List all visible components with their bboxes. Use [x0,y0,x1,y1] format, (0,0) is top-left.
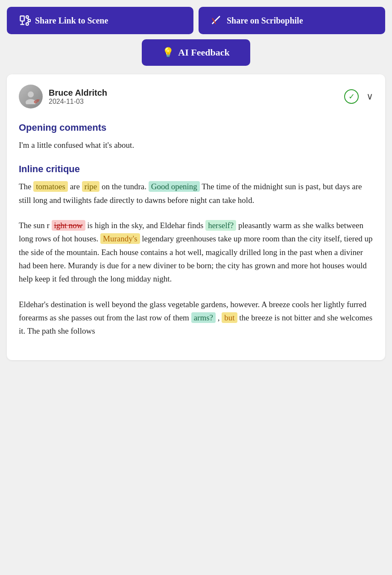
inline-critique-section: Inline critique The tomatoes are ripe on… [19,164,373,337]
svg-point-10 [28,91,34,97]
opening-comments-section: Opening comments I'm a little confused w… [19,122,373,152]
share-link-button[interactable]: Share Link to Scene [7,7,193,34]
ai-feedback-button[interactable]: 💡 AI Feedback [142,39,250,66]
svg-line-7 [27,21,29,23]
scribophile-icon [211,15,222,26]
inline-paragraph-3: Eldehar's destination is well beyond the… [19,298,373,338]
highlight-but: but [222,312,237,323]
svg-point-3 [26,16,29,18]
highlight-ight-now: ight now [52,220,85,231]
highlight-ripe: ripe [82,181,100,192]
share-scribophile-button[interactable]: Share on Scribophile [199,7,385,34]
share-scribophile-label: Share on Scribophile [227,16,303,26]
avatar: ✏ [19,85,43,109]
svg-point-4 [26,23,29,25]
review-card: ✏ Bruce Aldritch 2024-11-03 ✓ ∨ Opening … [7,74,385,360]
approve-button[interactable]: ✓ [344,89,359,104]
opening-comments-title: Opening comments [19,122,373,133]
inline-paragraph-2: The sun r ight now is high in the sky, a… [19,219,373,286]
highlight-herself: herself? [205,220,236,231]
reviewer-actions: ✓ ∨ [344,89,373,104]
highlight-good-opening: Good opening [149,181,200,192]
reviewer-date: 2024-11-03 [49,98,107,106]
share-link-icon [19,15,31,26]
opening-comments-text: I'm a little confused what it's about. [19,138,373,152]
svg-line-6 [27,18,29,20]
svg-point-5 [28,19,31,22]
collapse-button[interactable]: ∨ [366,91,373,102]
reviewer-header: ✏ Bruce Aldritch 2024-11-03 ✓ ∨ [19,85,373,109]
share-link-label: Share Link to Scene [35,16,108,26]
svg-rect-0 [20,16,24,21]
reviewer-name: Bruce Aldritch [49,88,107,98]
reviewer-info: ✏ Bruce Aldritch 2024-11-03 [19,85,107,109]
highlight-murandys: Murandy's [100,233,140,244]
ai-feedback-label: AI Feedback [178,47,229,58]
inline-paragraph-1: The tomatoes are ripe on the tundra. Goo… [19,180,373,207]
highlight-arms: arms? [191,312,216,323]
inline-critique-title: Inline critique [19,164,373,175]
highlight-tomatoes: tomatoes [33,181,68,192]
bulb-icon: 💡 [162,47,174,58]
